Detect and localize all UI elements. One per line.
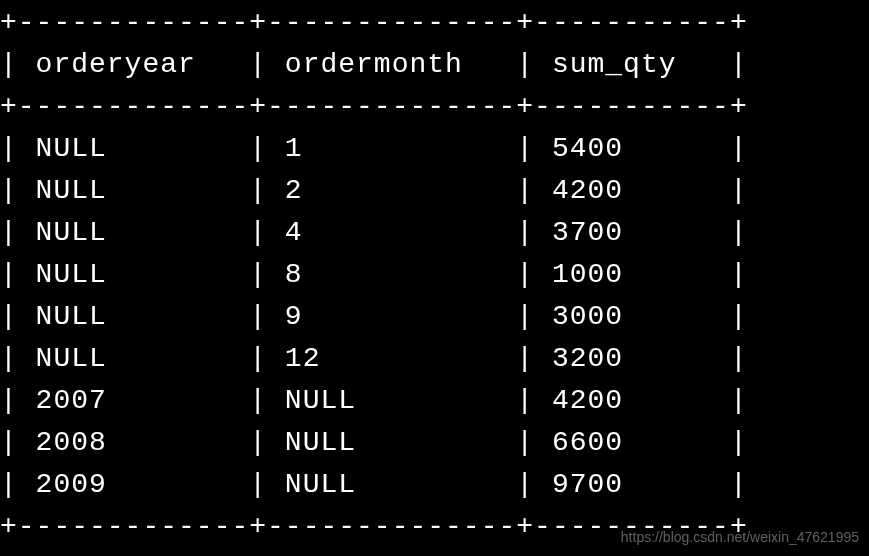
watermark-text: https://blog.csdn.net/weixin_47621995 [621,527,859,548]
sql-result-table: +-------------+--------------+----------… [0,0,869,548]
